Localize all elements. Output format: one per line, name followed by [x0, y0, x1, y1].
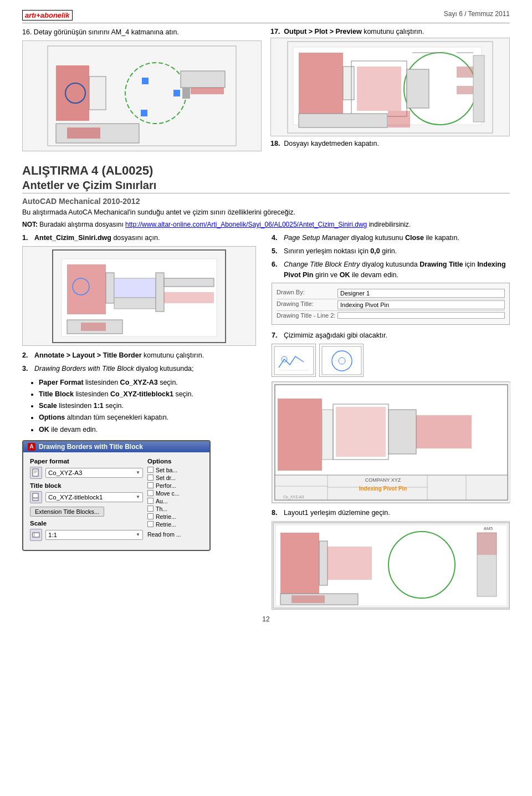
svg-rect-23 — [299, 114, 387, 127]
step-2: 2. Annotate > Layout > Title Border komu… — [22, 350, 256, 361]
svg-rect-48 — [33, 533, 39, 537]
read-from: Read from ... — [147, 531, 203, 538]
step-4: 4. Page Setup Manager diyalog kutusunu C… — [272, 233, 510, 243]
option-8: Retrie... — [147, 521, 203, 528]
step-4-num: 4. — [272, 233, 280, 243]
svg-rect-32 — [106, 273, 114, 303]
svg-rect-60 — [322, 410, 333, 460]
title-block-row: Co_XYZ-titleblock1 ▼ — [30, 491, 143, 503]
drawn-by-label: Drawn By: — [277, 289, 337, 298]
bullet-2: Title Block listesinden Co_XYZ-titlebloc… — [39, 389, 256, 400]
drawing-title-label: Drawing Title: — [277, 300, 337, 309]
drawing-title2-label: Drawing Title - Line 2: — [277, 312, 337, 319]
page: artı+abonelik Sayı 6 / Temmuz 2011 16. D… — [0, 0, 532, 796]
small-cad-2 — [319, 344, 364, 377]
step7-images — [272, 344, 510, 377]
dialog-col-left: Paper format Co_XYZ-A3 ▼ — [30, 458, 143, 544]
svg-rect-78 — [328, 547, 372, 580]
step-7-num: 7. — [272, 330, 280, 341]
svg-rect-41 — [33, 469, 38, 476]
step-1: 1. Antet_Cizim_Siniri.dwg dosyasını açın… — [22, 233, 256, 243]
section-note: NOT: Buradaki alıştırma dosyasını http:/… — [22, 220, 510, 229]
svg-rect-77 — [319, 541, 328, 585]
step-7-text: Çizimimiz aşağıdaki gibi olacaktır. — [284, 330, 510, 341]
drawing-title-value: Indexing Pivot Pin — [337, 300, 505, 309]
paper-format-row: Co_XYZ-A3 ▼ — [30, 467, 143, 479]
dialog-box: A Drawing Borders with Title Block Paper… — [22, 440, 211, 551]
svg-rect-6 — [141, 110, 147, 116]
option-6-checkbox[interactable] — [147, 506, 154, 512]
option-5: Au... — [147, 498, 203, 504]
cad-image-right-top — [285, 39, 495, 136]
right-column: 4. Page Setup Manager diyalog kutusunu C… — [266, 233, 510, 610]
option-1: Set ba... — [147, 467, 203, 473]
option-3-checkbox[interactable] — [147, 482, 154, 488]
svg-rect-19 — [357, 67, 401, 111]
step-3: 3. Drawing Borders with Title Block diya… — [22, 364, 256, 374]
step-6-text: Change Title Block Entry diyalog kutusun… — [284, 259, 510, 280]
step16-text: 16. Detay görünüşün sınırını AM_4 katman… — [22, 28, 262, 38]
drawing-title-row: Drawing Title: Indexing Pivot Pin — [277, 299, 505, 311]
svg-rect-10 — [191, 88, 224, 94]
step-1-num: 1. — [22, 233, 31, 243]
extension-btn[interactable]: Extension Title Blocks... — [30, 507, 104, 517]
svg-rect-9 — [182, 88, 190, 99]
option-3: Perfor... — [147, 482, 203, 489]
option-1-checkbox[interactable] — [147, 467, 154, 473]
svg-rect-1 — [56, 65, 89, 121]
step-2-text: Annotate > Layout > Title Border komutun… — [34, 350, 256, 361]
bullet-3: Scale listesinden 1:1 seçin. — [39, 400, 256, 412]
paper-format-dropdown[interactable]: Co_XYZ-A3 ▼ — [45, 468, 143, 478]
left-column: 1. Antet_Cizim_Siniri.dwg dosyasını açın… — [22, 233, 266, 610]
svg-rect-63 — [388, 410, 416, 454]
note-link[interactable]: http://www.altar-online.com/Arti_Aboneli… — [125, 221, 367, 228]
step-5-num: 5. — [272, 246, 280, 257]
option-8-checkbox[interactable] — [147, 521, 154, 527]
svg-rect-25 — [473, 55, 484, 122]
svg-rect-12 — [67, 127, 100, 139]
svg-rect-83 — [291, 595, 325, 603]
header: artı+abonelik Sayı 6 / Temmuz 2011 — [22, 10, 510, 23]
option-2: Set dr... — [147, 474, 203, 481]
svg-rect-7 — [173, 90, 180, 96]
bullet-5: OK ile devam edin. — [39, 424, 256, 436]
options-label: Options — [147, 458, 203, 465]
page-number: 12 — [22, 615, 510, 623]
scale-dropdown[interactable]: 1:1 ▼ — [45, 530, 143, 540]
step-1-text: Antet_Cizim_Siniri.dwg dosyasını açın. — [34, 233, 256, 243]
option-7-checkbox[interactable] — [147, 513, 154, 519]
option-4-checkbox[interactable] — [147, 490, 154, 496]
issue-label: Sayı 6 / Temmuz 2011 — [444, 10, 510, 18]
step-6: 6. Change Title Block Entry diyalog kutu… — [272, 259, 510, 280]
main-content: 1. Antet_Cizim_Siniri.dwg dosyasını açın… — [22, 233, 510, 610]
step-2-num: 2. — [22, 350, 31, 361]
svg-rect-62 — [336, 407, 386, 457]
dialog-titlebar: A Drawing Borders with Title Block — [23, 441, 209, 452]
option-5-checkbox[interactable] — [147, 498, 154, 504]
step-7: 7. Çizimimiz aşağıdaki gibi olacaktır. — [272, 330, 510, 341]
title-block-dropdown[interactable]: Co_XYZ-titleblock1 ▼ — [45, 492, 143, 502]
svg-rect-2 — [89, 76, 106, 110]
svg-rect-36 — [156, 273, 164, 312]
dialog-body: Paper format Co_XYZ-A3 ▼ — [23, 452, 209, 550]
scale-icon — [30, 529, 42, 541]
option-4: Move c... — [147, 490, 203, 497]
extension-btn-row: Extension Title Blocks... — [30, 507, 143, 517]
step1-svg — [50, 248, 228, 345]
svg-rect-64 — [416, 415, 472, 448]
svg-rect-45 — [33, 493, 38, 501]
option-2-checkbox[interactable] — [147, 474, 154, 481]
svg-rect-37 — [164, 278, 214, 287]
bullet-1: Paper Format listesinden Co_XYZ-A3 seçin… — [39, 377, 256, 389]
drawn-by-row: Drawn By: Designer 1 — [277, 288, 505, 299]
cad-image-left-top — [45, 43, 239, 149]
paper-format-label: Paper format — [30, 458, 143, 465]
svg-text:Co_XYZ-A3: Co_XYZ-A3 — [283, 495, 304, 499]
dialog-icon: A — [28, 443, 35, 451]
section-heading: ALIŞTIRMA 4 (AL0025) Antetler ve Çizim S… — [22, 164, 510, 230]
step7-large-cad: COMPANY XYZ Indexing Pivot Pin Co_XYZ-A3 — [272, 381, 510, 503]
step-8: 8. Layout1 yerleşim düzlemine geçin. — [272, 508, 510, 518]
step-3-bullets: Paper Format listesinden Co_XYZ-A3 seçin… — [39, 377, 256, 436]
svg-text:COMPANY XYZ: COMPANY XYZ — [365, 477, 401, 483]
svg-rect-24 — [388, 111, 410, 127]
